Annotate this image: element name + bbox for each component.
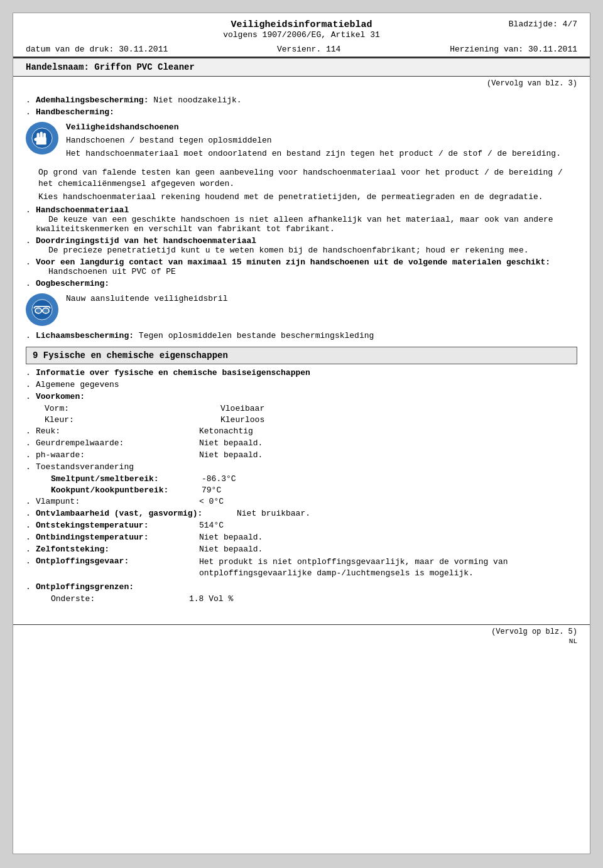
smeltpunt-row: Smeltpunt/smeltbereik: -86.3°C (51, 474, 577, 484)
oogbescherming-icon (26, 293, 58, 326)
handschoenmateriaal-section: . Handschoenmateriaal De keuze van een g… (26, 205, 577, 234)
ademhaling-section: . Ademhalingsbescherming: Niet noodzakel… (26, 95, 577, 105)
product-name-bar: Handelsnaam: Griffon PVC Cleaner (13, 58, 590, 77)
ontploffingsgevaar-value: Het produkt is niet ontploffingsgevaarli… (199, 556, 577, 579)
ontploffingsgevaar-row: . Ontploffingsgevaar: Het produkt is nie… (26, 556, 577, 579)
bullet-dot: . (26, 95, 35, 105)
footer-note: (Vervolg op blz. 5) (13, 624, 590, 637)
vorm-label: Vorm: (45, 404, 220, 413)
svg-point-8 (35, 308, 41, 314)
document-title: Veiligheidsinformatieblad (164, 19, 440, 30)
page-number: Bladzijde: 4/7 (509, 19, 577, 29)
handschoenen-icon-box: Veiligheidshandschoenen Handschoenen / b… (26, 122, 577, 162)
vervolg-van-note: (Vervolg van blz. 3) (13, 77, 590, 89)
bullet-dot: . (26, 462, 35, 472)
zelfontsteking-row: . Zelfontsteking: Niet bepaald. (26, 545, 577, 554)
handschoenen-text-block: Veiligheidshandschoenen Handschoenen / b… (66, 122, 577, 162)
langdurig-section: . Voor een langdurig contact van maximaa… (26, 258, 577, 276)
goggles-icon-svg (31, 299, 53, 320)
kleur-row: Kleur: Kleurloos (45, 415, 577, 425)
bullet-dot: . (26, 279, 35, 288)
meta-row: datum van de druk: 30.11.2011 Versienr. … (13, 42, 590, 58)
svg-rect-6 (36, 142, 46, 144)
bullet-dot: . (26, 236, 35, 255)
document-header: Veiligheidsinformatieblad volgens 1907/2… (13, 13, 590, 42)
bullet-dot: . (26, 368, 35, 377)
main-content: . Ademhalingsbescherming: Niet noodzakel… (13, 89, 590, 618)
kookpunt-row: Kookpunt/kookpuntbereik: 79°C (51, 486, 577, 495)
kookpunt-value: 79°C (202, 486, 221, 495)
ontstekings-label: Ontstekingstemperatuur: (36, 521, 199, 530)
oogbescherming-icon-box: Nauw aansluitende veiligheidsbril (26, 293, 577, 326)
algemeen-row: . Algemene gegevens (26, 380, 577, 389)
glove-icon-svg (31, 127, 53, 149)
ph-row: . ph-waarde: Niet bepaald. (26, 450, 577, 460)
oogbescherming-text-block: Nauw aansluitende veiligheidsbril (66, 293, 577, 307)
ph-value: Niet bepaald. (199, 450, 263, 460)
ontvlambaarheid-row: . Ontvlambaarheid (vast, gasvormig): Nie… (26, 509, 577, 518)
geurdrempel-row: . Geurdrempelwaarde: Niet bepaald. (26, 438, 577, 448)
bullet-dot: . (26, 258, 35, 276)
bullet-dot: . (26, 205, 35, 234)
bullet-dot: . (26, 509, 35, 518)
ph-label: ph-waarde: (36, 450, 199, 460)
reuk-value: Ketonachtig (199, 426, 253, 436)
onderste-value: 1.8 Vol % (189, 594, 233, 604)
vorm-value: Vloeibaar (220, 404, 577, 413)
bullet-dot: . (26, 521, 35, 530)
bullet-dot: . (26, 426, 35, 436)
ontstekings-value: 514°C (199, 521, 224, 530)
kookpunt-label: Kookpunt/kookpuntbereik: (51, 486, 202, 495)
datum-field: datum van de druk: 30.11.2011 (26, 45, 168, 54)
handbescherming-label-row: . Handbescherming: (26, 107, 577, 117)
toestand-row: . Toestandsverandering (26, 462, 577, 472)
vorm-row: Vorm: Vloeibaar (45, 404, 577, 413)
kleur-label: Kleur: (45, 415, 220, 425)
bullet-dot: . (26, 582, 35, 592)
section9-header: 9 Fysische en chemische eigenschappen (26, 347, 577, 364)
bullet-dot: . (26, 556, 35, 579)
info-row: . Informatie over fysische en chemische … (26, 368, 577, 377)
versie-field: Versienr. 114 (277, 45, 340, 54)
doordringingstijd-section: . Doordringingstijd van het handschoenma… (26, 236, 577, 255)
bullet-dot: . (26, 497, 35, 506)
ontstekings-row: . Ontstekingstemperatuur: 514°C (26, 521, 577, 530)
ontvlambaarheid-value: Niet bruikbaar. (237, 509, 310, 518)
reuk-row: . Reuk: Ketonachtig (26, 426, 577, 436)
oogbescherming-label-row: . Oogbescherming: (26, 279, 577, 288)
herziening-field: Herziening van: 30.11.2011 (450, 45, 577, 54)
geurdrempel-label: Geurdrempelwaarde: (36, 438, 199, 448)
document-subtitle: volgens 1907/2006/EG, Artikel 31 (164, 30, 440, 40)
ontbindings-value: Niet bepaald. (199, 533, 263, 542)
ontbindings-row: . Ontbindingstemperatuur: Niet bepaald. (26, 533, 577, 542)
ontploffingsgevaar-label: Ontploffingsgevaar: (36, 556, 199, 579)
lichaamsbescherming-section: . Lichaamsbescherming: Tegen oplosmiddel… (26, 331, 577, 340)
ontploffingsgrenzen-row: . Ontploffingsgrenzen: (26, 582, 577, 592)
bullet-dot: . (26, 392, 35, 401)
vlampunt-label: Vlampunt: (36, 497, 199, 506)
bullet-dot: . (26, 331, 35, 340)
kleur-value: Kleurloos (220, 415, 577, 425)
bullet-dot: . (26, 107, 35, 117)
bullet-dot: . (26, 438, 35, 448)
ontvlambaarheid-label: Ontvlambaarheid (vast, gasvormig): (36, 509, 237, 518)
reuk-label: Reuk: (36, 426, 199, 436)
voorkomen-row: . Voorkomen: (26, 392, 577, 401)
onderste-row: Onderste: 1.8 Vol % (51, 594, 577, 604)
bullet-dot: . (26, 545, 35, 554)
bullet-dot: . (26, 533, 35, 542)
bullet-dot: . (26, 450, 35, 460)
handschoenen-icon (26, 122, 58, 155)
zelfontsteking-value: Niet bepaald. (199, 545, 263, 554)
footer-nl: NL (13, 637, 590, 645)
geurdrempel-value: Niet bepaald. (199, 438, 263, 448)
smeltpunt-label: Smeltpunt/smeltbereik: (51, 474, 202, 484)
vlampunt-value: < 0°C (199, 497, 224, 506)
bullet-dot: . (26, 380, 35, 389)
svg-point-9 (43, 308, 49, 314)
vlampunt-row: . Vlampunt: < 0°C (26, 497, 577, 506)
zelfontsteking-label: Zelfontsteking: (36, 545, 199, 554)
document-page: Veiligheidsinformatieblad volgens 1907/2… (13, 13, 590, 854)
onderste-label: Onderste: (51, 594, 189, 604)
ontbindings-label: Ontbindingstemperatuur: (36, 533, 199, 542)
